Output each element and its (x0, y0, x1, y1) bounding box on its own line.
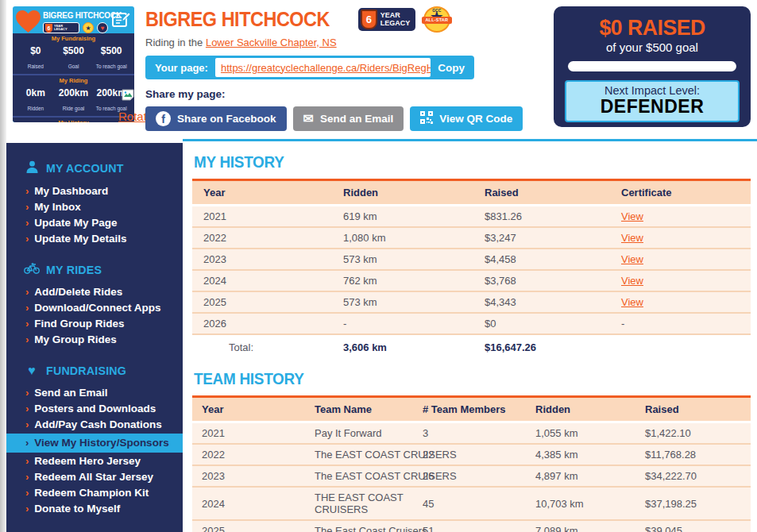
stat-value: $500 (63, 45, 84, 56)
chevron-right-icon: › (25, 418, 29, 430)
raised-amount: $0 RAISED (599, 15, 705, 40)
stat-caption: Ridden (28, 106, 44, 111)
mini-champion-badge-icon: ♥ (97, 22, 108, 33)
chevron-right-icon: › (25, 455, 29, 467)
bicycle-icon (24, 263, 40, 276)
my-history-table: Year Ridden Raised Certificate 2021 619 … (192, 179, 751, 360)
stat-caption: Goal (68, 64, 79, 69)
stat-caption: Raised (28, 64, 44, 69)
person-icon (24, 160, 40, 175)
total-label: Total: (192, 334, 332, 360)
sidebar-item-update-my-details[interactable]: ›Update My Details (6, 231, 183, 247)
sidebar-item-my-dashboard[interactable]: ›My Dashboard (6, 183, 183, 199)
sidebar-item-update-my-page[interactable]: ›Update My Page (6, 215, 183, 231)
col-year: Year (192, 397, 305, 422)
profile-card: BIGREG HITCHCOCK 6 YEAR LEGACY ★ ♥ My Fu… (13, 6, 134, 122)
section-label: My History (17, 119, 130, 122)
impact-level-box: Next Impact Level: DEFENDER (565, 80, 740, 122)
sidebar-section-title: MY ACCOUNT (46, 161, 124, 175)
window-left-edge (0, 0, 6, 532)
copy-button[interactable]: Copy (431, 62, 472, 74)
page-url-field[interactable]: https://greatcyclechallenge.ca/Riders/Bi… (215, 58, 431, 77)
section-label: My Riding (17, 77, 130, 84)
total-ridden: 3,606 km (332, 334, 473, 360)
sidebar-item-my-inbox[interactable]: ›My Inbox (6, 199, 183, 215)
sidebar-item-download-connect-apps[interactable]: ›Download/Connect Apps (6, 300, 183, 316)
raised-goal-text: of your $500 goal (554, 40, 751, 54)
col-certificate: Certificate (610, 180, 751, 206)
chevron-right-icon: › (25, 333, 29, 345)
chapter-link[interactable]: Lower Sackville Chapter, NS (206, 37, 337, 48)
facebook-icon: f (156, 111, 171, 126)
page-url-link[interactable]: https://greatcyclechallenge.ca/Riders/Bi… (221, 62, 431, 74)
stat-value: $500 (101, 45, 122, 56)
my-history-title: MY HISTORY (194, 152, 695, 172)
page-title: BIGREG HITCHCOCK (145, 7, 330, 32)
sidebar-section-title: MY RIDES (46, 263, 102, 276)
allstar-badge-band-text: ALL-STAR (422, 17, 452, 24)
legacy-shield-icon: 6 (361, 10, 377, 29)
sidebar-section-my-rides: MY RIDES (24, 263, 183, 276)
col-ridden: Ridden (526, 397, 635, 422)
chevron-right-icon: › (25, 437, 29, 449)
stat-value: 0km (26, 87, 45, 98)
section-label: My Fundraising (17, 35, 130, 42)
qr-code-icon (420, 111, 433, 126)
stat-value: 200km (59, 87, 88, 98)
sidebar-item-add-delete-rides[interactable]: ›Add/Delete Rides (6, 284, 183, 300)
view-certificate-link[interactable]: View (621, 275, 643, 287)
sidebar-item-send-an-email[interactable]: ›Send an Email (6, 385, 183, 401)
table-row: 2022 The EAST COAST CRUISERS 22 4,385 km… (192, 444, 751, 465)
card-fundraising-section: My Fundraising $0Raised $500Goal $500To … (13, 33, 134, 74)
table-row: 2025 The East Coast Cruisers 51 7,089 km… (192, 520, 751, 532)
view-certificate-link[interactable]: View (621, 210, 643, 222)
chevron-right-icon: › (25, 217, 29, 229)
card-history-section: My History 6 yearLegacy $16,647Raised 3,… (13, 116, 134, 122)
team-history-table: Year Team Name # Team Members Ridden Rai… (192, 395, 751, 532)
sidebar-item-posters-and-downloads[interactable]: ›Posters and Downloads (6, 401, 183, 417)
sidebar-item-redeem-champion-kit[interactable]: ›Redeem Champion Kit (6, 485, 183, 501)
riding-in-line: Riding in the Lower Sackville Chapter, N… (145, 37, 487, 48)
table-row: 2021 619 km $831.26 View (192, 206, 751, 228)
table-row: 2024 THE EAST COAST CRUISERS 45 10,703 k… (192, 487, 751, 520)
sidebar-item-redeem-all-star-jersey[interactable]: ›Redeem All Star Jersey (6, 469, 183, 485)
sidebar-item-find-group-rides[interactable]: ›Find Group Rides (6, 316, 183, 332)
sidebar-item-redeem-hero-jersey[interactable]: ›Redeem Hero Jersey (6, 453, 183, 469)
send-email-button[interactable]: ✉ Send an Email (293, 106, 404, 131)
matched-heart-badge-icon (16, 10, 41, 36)
sidebar-item-my-group-rides[interactable]: ›My Group Rides (6, 332, 183, 348)
table-row: 2023 573 km $4,458 View (192, 249, 751, 270)
chevron-right-icon: › (25, 201, 29, 213)
chevron-right-icon: › (25, 185, 29, 197)
table-total-row: Total: 3,606 km $16,647.26 (192, 334, 751, 360)
table-row: 2021 Pay It Forward 3 1,055 km $1,422.10 (192, 422, 751, 445)
profile-card-stats: My Fundraising $0Raised $500Goal $500To … (13, 33, 134, 122)
edit-card-icon[interactable] (111, 11, 130, 32)
view-certificate-link[interactable]: View (621, 296, 643, 308)
col-raised: Raised (473, 180, 610, 206)
your-page-label: Your page: (148, 62, 215, 74)
profile-card-header: BIGREG HITCHCOCK 6 YEAR LEGACY ★ ♥ (13, 6, 134, 33)
col-ridden: Ridden (332, 180, 473, 206)
chevron-right-icon: › (25, 318, 29, 330)
sidebar-item-add-pay-cash-donations[interactable]: ›Add/Pay Cash Donations (6, 417, 183, 433)
view-certificate-link[interactable]: View (621, 253, 643, 265)
table-header-row: Year Ridden Raised Certificate (192, 180, 751, 206)
impact-level-value: DEFENDER (566, 97, 738, 117)
header-main: BIGREG HITCHCOCK 6 YEAR LEGACY ★ GCC ALL… (145, 6, 487, 131)
chevron-right-icon: › (25, 503, 29, 515)
table-row: 2023 The EAST COAST CRUISERS 26 4,897 km… (192, 465, 751, 487)
col-team-members: # Team Members (413, 397, 526, 422)
broken-image-icon (122, 89, 134, 104)
view-certificate-link[interactable]: View (621, 232, 643, 244)
chevron-right-icon: › (25, 233, 29, 245)
table-row: 2025 573 km $4,343 View (192, 291, 751, 313)
mini-allstar-badge-icon: ★ (83, 22, 94, 33)
page-header: BIGREG HITCHCOCK 6 YEAR LEGACY ★ ♥ My Fu… (6, 0, 757, 139)
view-qr-button[interactable]: View QR Code (410, 106, 523, 131)
sidebar-item-donate-to-myself[interactable]: ›Donate to Myself (6, 501, 183, 517)
sidebar-section-fundraising: ♥ FUNDRAISING (24, 364, 183, 377)
share-facebook-button[interactable]: f Share on Facebook (145, 106, 287, 131)
mini-legacy-number: 6 (45, 24, 52, 33)
sidebar-item-view-my-history-sponsors[interactable]: ›View My History/Sponsors (6, 434, 183, 453)
